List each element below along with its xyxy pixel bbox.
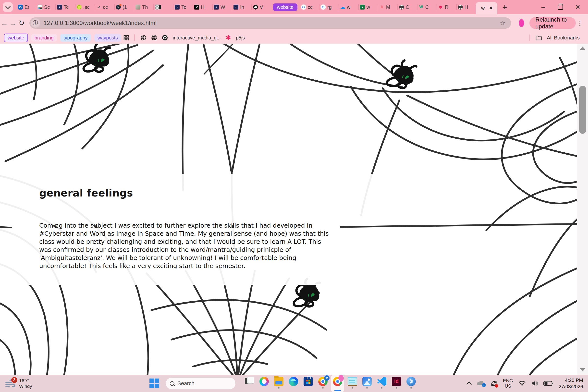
browser-tab[interactable]: Tc [55, 3, 75, 12]
reload-button[interactable]: ↻ [17, 19, 26, 27]
weather-widget[interactable]: 3 16°C Windy [6, 378, 54, 389]
browser-tab[interactable]: Tc [173, 3, 192, 12]
browser-tab[interactable]: R [436, 3, 456, 12]
minimize-button[interactable]: – [540, 4, 546, 11]
tab-favicon [116, 5, 121, 10]
scroll-up-arrow[interactable] [580, 46, 585, 50]
browser-tab[interactable]: M [378, 3, 398, 12]
site-info-icon[interactable]: ⓘ [31, 18, 40, 28]
bookmark-p5js[interactable]: ✱ [226, 34, 231, 42]
all-bookmarks-button[interactable]: All Bookmarks [547, 35, 580, 41]
bookmark-p5js-label[interactable]: p5js [236, 35, 245, 41]
browser-tab[interactable]: V [251, 3, 271, 12]
bookmark-group-chip[interactable]: typography [60, 34, 91, 42]
bookmark-group-chip[interactable]: branding [31, 34, 57, 42]
bookmark-group-chip[interactable]: wayposts [94, 34, 121, 42]
app-badge: M [324, 375, 330, 381]
tray-chevron-up-icon[interactable] [466, 382, 472, 387]
new-tab-button[interactable]: + [502, 2, 507, 12]
bookmark-globe-icon[interactable] [140, 35, 146, 41]
browser-tab[interactable]: C [417, 3, 436, 12]
bookmark-grid-icon[interactable] [124, 35, 129, 40]
restore-button[interactable] [558, 5, 563, 10]
tabs-after-group: cc rg w w M C C [300, 0, 476, 14]
profile-avatar[interactable] [519, 19, 524, 27]
tab-favicon [96, 5, 101, 10]
tab-title: Th [142, 4, 148, 10]
taskbar-icon[interactable]: M [316, 375, 329, 392]
tab-favicon [301, 5, 306, 10]
taskbar-icon[interactable] [302, 375, 314, 392]
bookmark-github[interactable] [162, 35, 168, 41]
tab-title: cc [103, 4, 108, 10]
screen: Er Sc Tc .sc cc (1 T [0, 0, 588, 392]
tab-search-button[interactable] [3, 2, 13, 12]
browser-tab[interactable]: (1 [114, 3, 134, 12]
relaunch-button[interactable]: Relaunch to update [530, 17, 576, 29]
battery-icon[interactable] [544, 381, 553, 386]
bookmark-group-chip[interactable]: website [4, 34, 28, 42]
browser-tab[interactable]: cc [300, 3, 319, 12]
bookmark-github-label[interactable]: interactive_media_g... [173, 35, 221, 41]
taskbar-icon[interactable] [331, 375, 344, 392]
tab-group-chip-website[interactable]: website [273, 4, 298, 11]
volume-icon[interactable] [531, 380, 538, 386]
browser-tab[interactable]: H [456, 3, 476, 12]
window-close-button[interactable]: ✕ [574, 4, 581, 11]
update-alert-badge [495, 384, 498, 388]
browser-tab[interactable]: cc [94, 3, 114, 12]
tab-title: .sc [83, 4, 90, 10]
wifi-icon[interactable] [518, 380, 526, 386]
back-button[interactable]: ← [0, 19, 8, 27]
scrollbar[interactable] [577, 44, 588, 375]
browser-tab[interactable]: Th [134, 3, 153, 12]
bookmark-globe-icon[interactable] [151, 35, 157, 41]
taskbar-icon[interactable] [346, 375, 359, 392]
taskbar-icon[interactable] [361, 375, 374, 392]
scroll-down-arrow[interactable] [580, 368, 585, 372]
taskbar-icon[interactable] [405, 375, 418, 392]
bookmark-star-icon[interactable]: ☆ [500, 19, 506, 27]
browser-tab[interactable]: rg [319, 3, 338, 12]
weather-temp: 16°C [19, 378, 32, 384]
scrollbar-thumb[interactable] [579, 86, 586, 134]
tab-title: H [201, 4, 204, 10]
chevron-down-icon [5, 4, 10, 9]
browser-tab[interactable]: In [232, 3, 251, 12]
sync-update-icon[interactable] [490, 380, 498, 387]
browser-tab[interactable]: H [192, 3, 212, 12]
tab-close-icon[interactable]: ✕ [489, 6, 493, 11]
browser-tab[interactable]: Sc [36, 3, 55, 12]
browser-tab[interactable]: W [212, 3, 232, 12]
browser-tab-strip: Er Sc Tc .sc cc (1 T [0, 0, 588, 14]
app-badge [338, 375, 344, 382]
taskbar-icon[interactable] [258, 375, 270, 392]
tab-title: W [220, 4, 225, 10]
taskbar-search[interactable]: Search [166, 378, 236, 389]
browser-tab[interactable]: .sc [75, 3, 94, 12]
taskbar-icon[interactable] [375, 375, 388, 392]
browser-tab[interactable]: Er [16, 3, 36, 12]
address-bar[interactable]: ⓘ 127.0.0.1:3000/workbook/week1/index.ht… [30, 18, 511, 29]
taskbar-icon[interactable] [243, 375, 256, 392]
tab-title: Tc [181, 4, 186, 10]
taskbar-icon[interactable] [287, 375, 300, 392]
forward-button[interactable]: → [8, 19, 17, 27]
active-tab[interactable]: w ✕ [476, 2, 497, 14]
taskbar-icon[interactable] [272, 375, 285, 392]
browser-tab[interactable]: C [398, 3, 417, 12]
bookmark-group-chips: websitebrandingtypographywayposts [4, 34, 121, 42]
browser-tab[interactable] [153, 3, 173, 12]
language-indicator[interactable]: ENGUS [503, 378, 513, 389]
running-indicator [366, 387, 368, 388]
start-button[interactable] [150, 378, 159, 388]
taskbar-clock[interactable]: 4:20 PM 27/03/2026 [558, 377, 583, 390]
browser-tab[interactable]: w [358, 3, 378, 12]
running-indicator [396, 387, 397, 388]
tab-favicon [18, 5, 23, 10]
url-text[interactable]: 127.0.0.1:3000/workbook/week1/index.html [44, 20, 157, 26]
browser-menu-icon[interactable]: ⋮ [577, 19, 583, 27]
browser-tab[interactable]: w [338, 3, 358, 12]
onedrive-icon[interactable]: i [476, 380, 485, 386]
taskbar-icon[interactable] [390, 375, 403, 392]
